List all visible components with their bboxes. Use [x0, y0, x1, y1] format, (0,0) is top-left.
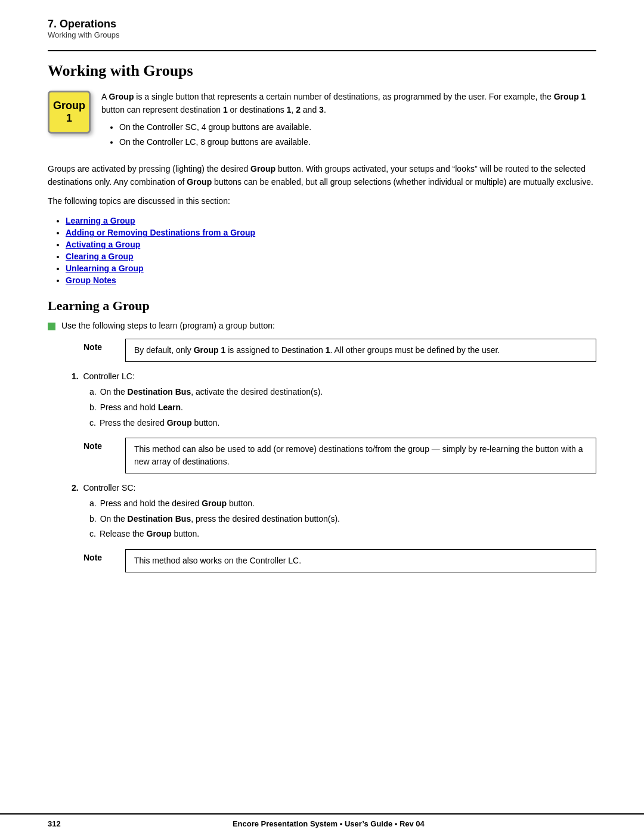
link-item-adding[interactable]: Adding or Removing Destinations from a G…: [66, 228, 596, 237]
link-adding-removing[interactable]: Adding or Removing Destinations from a G…: [66, 228, 255, 237]
green-bullet-text: Use the following steps to learn (progra…: [61, 321, 275, 330]
group-icon-num: 1: [66, 112, 72, 125]
note3-box: This method also works on the Controller…: [125, 549, 596, 572]
group-icon-label: Group: [53, 100, 85, 112]
link-learning-a-group[interactable]: Learning a Group: [66, 216, 135, 225]
link-item-learning[interactable]: Learning a Group: [66, 216, 596, 225]
step2-substeps: a.Press and hold the desired Group butto…: [89, 497, 596, 541]
link-item-clearing[interactable]: Clearing a Group: [66, 252, 596, 261]
steps-list: 1. Controller LC: a.On the Destination B…: [72, 370, 596, 429]
link-activating[interactable]: Activating a Group: [66, 240, 140, 249]
link-item-activating[interactable]: Activating a Group: [66, 240, 596, 249]
link-item-notes[interactable]: Group Notes: [66, 275, 596, 285]
section-divider: [48, 50, 596, 51]
step-2: 2. Controller SC: a.Press and hold the d…: [72, 482, 596, 541]
group-button-icon: Group 1: [48, 91, 91, 134]
step2a: a.Press and hold the desired Group butto…: [89, 497, 596, 510]
note1-label: Note: [83, 339, 125, 362]
step-1: 1. Controller LC: a.On the Destination B…: [72, 370, 596, 429]
footer-center: Encore Presentation System • User’s Guid…: [233, 819, 425, 828]
links-list: Learning a Group Adding or Removing Dest…: [66, 216, 596, 285]
body-para3: The following topics are discussed in th…: [48, 195, 596, 208]
note1-box: By default, only Group 1 is assigned to …: [125, 339, 596, 362]
note1-row: Note By default, only Group 1 is assigne…: [83, 339, 596, 362]
note3-label: Note: [83, 549, 125, 572]
step1a: a.On the Destination Bus, activate the d…: [89, 386, 596, 399]
intro-text-part1: A Group is a single button that represen…: [101, 92, 586, 114]
step1-substeps: a.On the Destination Bus, activate the d…: [89, 386, 596, 429]
step1b: b.Press and hold Learn.: [89, 401, 596, 414]
step1c: c.Press the desired Group button.: [89, 417, 596, 430]
green-bullet-row: Use the following steps to learn (progra…: [48, 321, 596, 330]
section-heading: Working with Groups: [48, 62, 596, 80]
chapter-title: 7. Operations: [48, 18, 596, 30]
learning-group-heading: Learning a Group: [48, 298, 596, 314]
bullet-item-lc: On the Controller LC, 8 group buttons ar…: [119, 136, 596, 148]
step2b: b.On the Destination Bus, press the desi…: [89, 513, 596, 526]
steps-list2: 2. Controller SC: a.Press and hold the d…: [72, 482, 596, 541]
intro-bullet-list: On the Controller SC, 4 group buttons ar…: [119, 121, 596, 148]
link-group-notes[interactable]: Group Notes: [66, 275, 116, 285]
page-footer: 312 Encore Presentation System • User’s …: [0, 813, 644, 833]
note2-box: This method can also be used to add (or …: [125, 438, 596, 473]
link-item-unlearning[interactable]: Unlearning a Group: [66, 264, 596, 273]
note2-label: Note: [83, 438, 125, 473]
note3-row: Note This method also works on the Contr…: [83, 549, 596, 572]
step2c: c.Release the Group button.: [89, 528, 596, 541]
chapter-subtitle: Working with Groups: [48, 30, 596, 39]
link-unlearning[interactable]: Unlearning a Group: [66, 264, 144, 273]
bullet-item-sc: On the Controller SC, 4 group buttons ar…: [119, 121, 596, 134]
link-clearing[interactable]: Clearing a Group: [66, 252, 134, 261]
footer-page-num: 312: [48, 819, 61, 828]
body-para2: Groups are activated by pressing (lighti…: [48, 163, 596, 188]
intro-text: A Group is a single button that represen…: [101, 91, 596, 153]
green-square-icon: [48, 323, 55, 330]
note2-row: Note This method can also be used to add…: [83, 438, 596, 473]
